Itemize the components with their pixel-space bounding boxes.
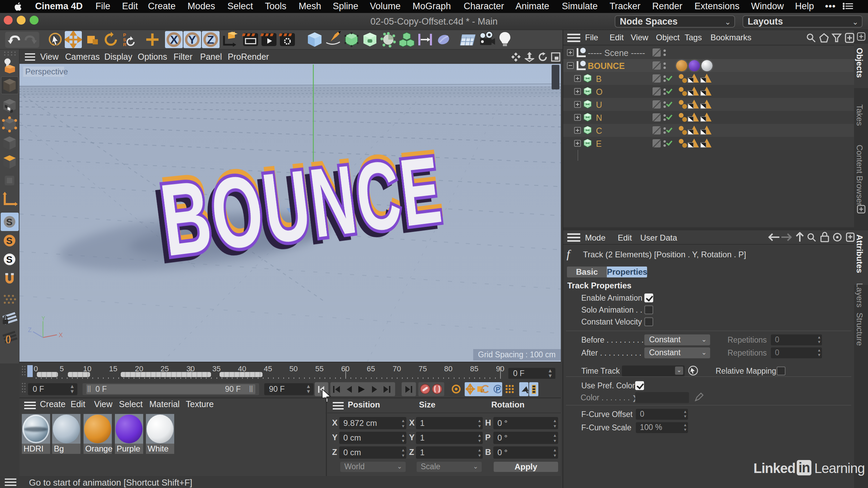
svg-text:S: S — [6, 235, 13, 246]
svg-text:X: X — [59, 332, 63, 339]
svg-text:Y: Y — [41, 316, 45, 322]
svg-text:S: S — [6, 254, 13, 265]
svg-text:P: P — [496, 386, 500, 393]
svg-text:S: S — [6, 217, 13, 227]
svg-text:R: R — [123, 42, 126, 47]
svg-text:X: X — [170, 33, 178, 46]
svg-text:Y: Y — [188, 33, 196, 46]
svg-text:P: P — [123, 32, 126, 38]
svg-text:Z: Z — [207, 33, 214, 46]
svg-text:Z: Z — [28, 327, 32, 333]
svg-text:(): () — [5, 334, 11, 343]
svg-text:S: S — [123, 37, 126, 42]
